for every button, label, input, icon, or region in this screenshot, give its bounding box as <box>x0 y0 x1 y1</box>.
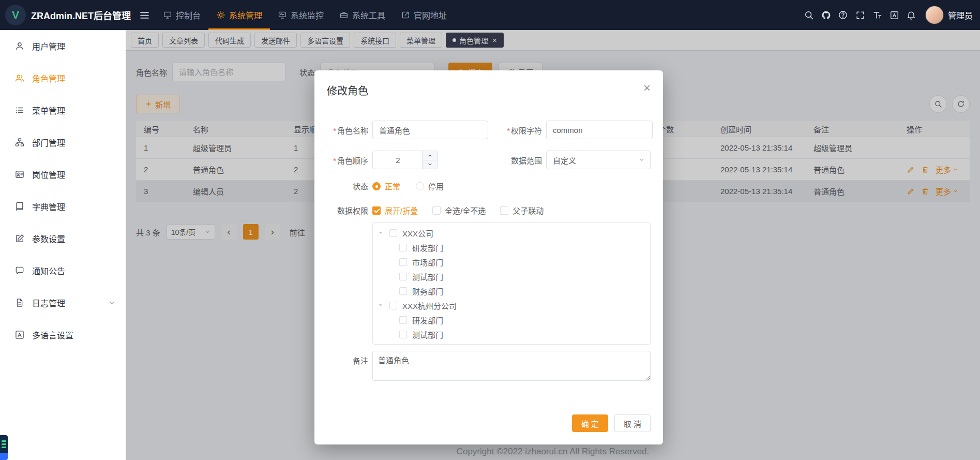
sidebar-item-dept-manage[interactable]: 部门管理 <box>0 126 126 158</box>
required-asterisk: * <box>333 126 336 135</box>
tree-checkbox[interactable] <box>399 331 407 338</box>
sidebar-item-label: 菜单管理 <box>32 104 65 116</box>
edit-role-dialog: 修改角色 × *角色名称 *权限字符 *角色顺序 2 数据范围 <box>314 70 663 444</box>
fullscreen-icon[interactable] <box>852 0 869 30</box>
close-icon[interactable]: × <box>643 83 651 93</box>
tree-checkbox[interactable] <box>399 273 407 280</box>
help-icon[interactable] <box>835 0 852 30</box>
language-icon[interactable] <box>886 0 903 30</box>
checkbox-expand-collapse[interactable]: 展开/折叠 <box>372 205 418 216</box>
step-up-button[interactable] <box>423 151 438 160</box>
bell-icon[interactable] <box>903 0 920 30</box>
sidebar-item-label: 日志管理 <box>32 296 65 309</box>
cancel-button[interactable]: 取 消 <box>614 414 651 432</box>
tree-checkbox[interactable] <box>399 258 407 266</box>
checkbox-box <box>432 206 441 215</box>
tree-checkbox[interactable] <box>399 287 407 295</box>
chevron-down-icon <box>639 157 645 163</box>
dialog-body: *角色名称 *权限字符 *角色顺序 2 数据范围 自定义 <box>314 98 663 381</box>
nav-label: 系统监控 <box>291 9 324 21</box>
stepper-controls <box>422 151 438 169</box>
sidebar-item-role-manage[interactable]: 角色管理 <box>0 62 126 94</box>
tree-node-root[interactable]: XXX公司 <box>373 226 650 240</box>
sidebar-item-label: 用户管理 <box>32 40 65 52</box>
tree-node-label: 研发部门 <box>412 242 443 253</box>
caret-down-icon[interactable] <box>377 230 384 235</box>
avatar[interactable] <box>925 6 944 24</box>
checkbox-parent-child-link[interactable]: 父子联动 <box>500 205 544 216</box>
required-asterisk: * <box>507 126 510 135</box>
list-icon <box>14 105 25 115</box>
tree-checkbox[interactable] <box>389 229 397 237</box>
header-actions: 管理员 <box>801 0 980 30</box>
brand: V ZRAdmin.NET后台管理 <box>0 5 131 25</box>
sidebar-item-log-manage[interactable]: 日志管理 <box>0 287 126 319</box>
confirm-button[interactable]: 确 定 <box>572 414 608 432</box>
remark-field-label: 备注 <box>325 355 368 366</box>
step-down-button[interactable] <box>423 160 438 169</box>
tree-node-child[interactable]: 研发部门 <box>373 313 650 327</box>
data-scope-select[interactable]: 自定义 <box>546 151 651 169</box>
id-badge-icon <box>14 169 25 180</box>
sidebar-item-notice[interactable]: 通知公告 <box>0 255 126 287</box>
toolbox-icon <box>339 10 349 20</box>
tree-node-label: 财务部门 <box>412 286 443 296</box>
user-name[interactable]: 管理员 <box>948 9 973 21</box>
chevron-down-icon <box>109 300 115 306</box>
tree-node-child[interactable]: 研发部门 <box>373 240 650 255</box>
checkbox-box <box>500 206 508 215</box>
status-field-label: 状态 <box>325 181 368 191</box>
role-sort-field-label: *角色顺序 <box>325 155 368 166</box>
sidebar-item-user-manage[interactable]: 用户管理 <box>0 30 126 62</box>
sidebar-item-label: 参数设置 <box>32 232 65 245</box>
sidebar-item-i18n-settings[interactable]: 多语言设置 <box>0 319 126 351</box>
tree-checkbox[interactable] <box>399 316 407 324</box>
nav-item-system-monitor[interactable]: 系统监控 <box>270 0 331 30</box>
sidebar-item-post-manage[interactable]: 岗位管理 <box>0 158 126 190</box>
devtools-badge[interactable] <box>0 435 8 460</box>
tree-node-root[interactable]: XXX杭州分公司 <box>373 298 650 313</box>
tree-node-label: 测试部门 <box>412 271 443 282</box>
role-name-field[interactable] <box>372 121 488 139</box>
radio-dot <box>416 182 424 190</box>
nav-label: 官网地址 <box>414 9 447 21</box>
sidebar-item-param-settings[interactable]: 参数设置 <box>0 222 126 255</box>
checkbox-select-all[interactable]: 全选/全不选 <box>432 205 486 216</box>
search-icon[interactable] <box>801 0 818 30</box>
caret-down-icon[interactable] <box>377 303 384 308</box>
nav-item-official-site[interactable]: 官网地址 <box>393 0 455 30</box>
language-square-icon <box>14 330 25 340</box>
console-icon <box>163 10 172 20</box>
radio-status-normal[interactable]: 正常 <box>372 181 400 191</box>
hamburger-icon[interactable] <box>139 10 150 21</box>
tree-node-child[interactable]: 财务部门 <box>373 284 650 298</box>
sidebar-item-label: 部门管理 <box>32 136 65 149</box>
nav-label: 系统工具 <box>352 9 385 21</box>
tree-checkbox[interactable] <box>389 302 397 309</box>
github-icon[interactable] <box>818 0 835 30</box>
logo-letter: V <box>12 8 20 22</box>
role-key-field-label: *权限字符 <box>492 125 542 136</box>
tree-node-child[interactable]: 测试部门 <box>373 269 650 284</box>
nav-item-console[interactable]: 控制台 <box>155 0 208 30</box>
tree-checkbox[interactable] <box>399 244 407 251</box>
role-sort-stepper[interactable]: 2 <box>372 151 438 169</box>
dialog-footer: 确 定 取 消 <box>572 414 651 432</box>
sidebar-item-dict-manage[interactable]: 字典管理 <box>0 190 126 222</box>
role-sort-value: 2 <box>373 151 423 169</box>
font-size-icon[interactable] <box>869 0 886 30</box>
checkbox-label: 全选/全不选 <box>445 205 486 216</box>
radio-status-disabled[interactable]: 停用 <box>416 181 444 191</box>
tree-node-child[interactable]: 市场部门 <box>373 255 650 269</box>
sidebar-item-menu-manage[interactable]: 菜单管理 <box>0 94 126 126</box>
tree-node-label: 市场部门 <box>412 257 443 268</box>
nav-item-system-manage[interactable]: 系统管理 <box>208 0 270 30</box>
role-key-field[interactable] <box>546 121 653 139</box>
tree-node-child[interactable]: 测试部门 <box>373 327 650 342</box>
app-logo: V <box>5 5 26 25</box>
sidebar-item-label: 岗位管理 <box>32 168 65 181</box>
app-title: ZRAdmin.NET后台管理 <box>31 8 131 22</box>
nav-item-system-tools[interactable]: 系统工具 <box>331 0 393 30</box>
nav-label: 控制台 <box>176 9 201 21</box>
remark-textarea[interactable]: 普通角色 <box>372 351 651 381</box>
